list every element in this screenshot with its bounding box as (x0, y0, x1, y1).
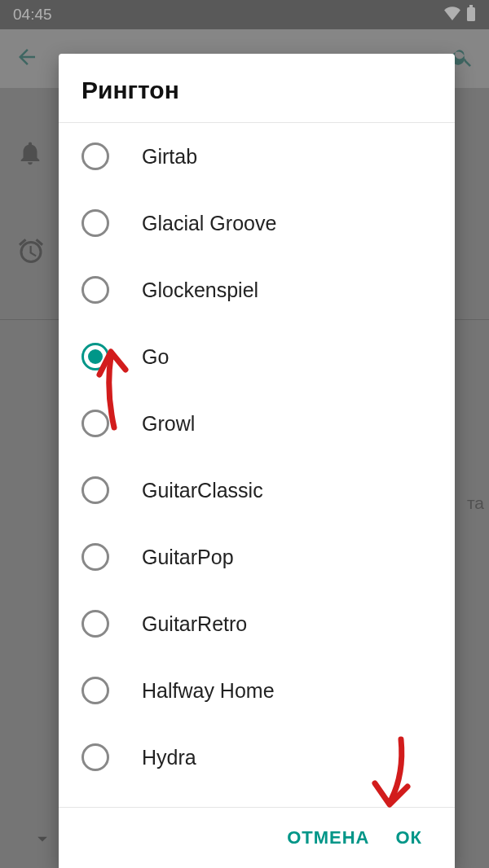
ringtone-option-label: Hydra (142, 746, 196, 769)
radio-icon (82, 209, 109, 237)
ringtone-option-label: GuitarPop (142, 546, 234, 569)
cancel-button[interactable]: ОТМЕНА (287, 827, 369, 848)
ringtone-option-label: GuitarRetro (142, 612, 247, 636)
ringtone-option-label: Glacial Groove (142, 212, 276, 235)
ringtone-option[interactable]: GuitarPop (59, 524, 455, 590)
radio-icon (82, 410, 109, 437)
radio-icon (82, 743, 109, 771)
ringtone-option[interactable]: GuitarClassic (59, 457, 455, 524)
ringtone-option-label: GuitarClassic (142, 479, 263, 502)
radio-icon (82, 343, 109, 370)
radio-icon (82, 610, 109, 638)
ringtone-option[interactable]: GuitarRetro (59, 590, 455, 657)
ringtone-option[interactable]: Glockenspiel (59, 256, 455, 323)
ringtone-options-list: GirtabGlacial GrooveGlockenspielGoGrowlG… (59, 123, 455, 807)
dialog-actions: ОТМЕНА ОК (59, 807, 455, 868)
ringtone-option[interactable]: Hydra (59, 724, 455, 791)
ringtone-option[interactable]: Go (59, 323, 455, 390)
radio-icon (82, 276, 109, 304)
ok-button[interactable]: ОК (395, 827, 422, 848)
ringtone-option[interactable]: Halfway Home (59, 657, 455, 724)
radio-icon (82, 677, 109, 704)
ringtone-option-label: Growl (142, 412, 195, 436)
ringtone-option-label: Go (142, 345, 169, 369)
radio-icon (82, 142, 109, 170)
radio-icon (82, 543, 109, 571)
ringtone-option[interactable]: Growl (59, 390, 455, 457)
ringtone-option-label: Girtab (142, 145, 197, 169)
dialog-title: Рингтон (59, 54, 455, 123)
ringtone-option-label: Glockenspiel (142, 278, 258, 302)
radio-icon (82, 476, 109, 504)
ringtone-option[interactable]: Glacial Groove (59, 190, 455, 256)
ringtone-option[interactable]: Girtab (59, 123, 455, 190)
ringtone-option-label: Halfway Home (142, 679, 275, 703)
ringtone-dialog: Рингтон GirtabGlacial GrooveGlockenspiel… (59, 54, 455, 868)
